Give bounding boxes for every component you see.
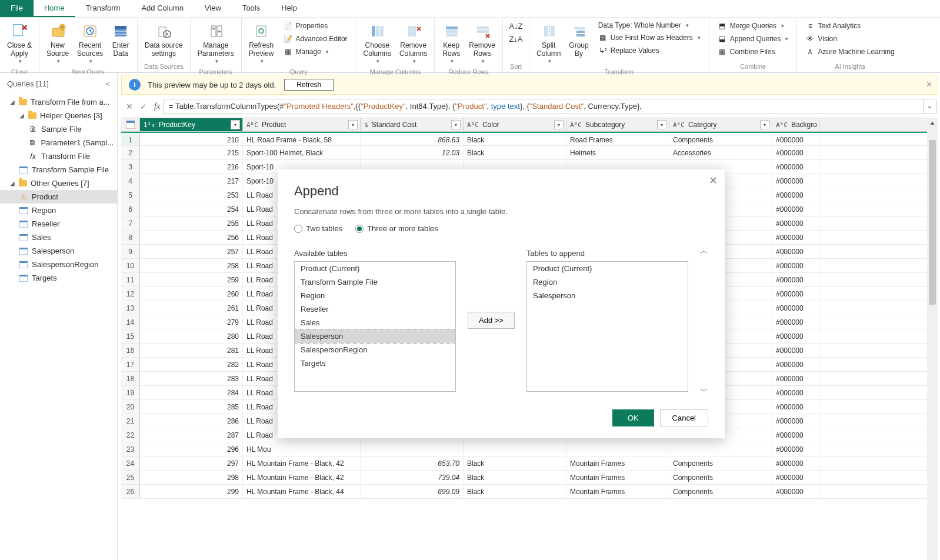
replace-values-button[interactable]: ↳²Replace Values bbox=[596, 45, 703, 56]
column-dropdown-icon[interactable]: ▾ bbox=[451, 120, 461, 129]
column-header-background[interactable]: AᴮCBackgro bbox=[772, 118, 819, 131]
tables-to-append-listbox[interactable]: Product (Current)RegionSalesperson bbox=[526, 261, 688, 392]
cancel-button[interactable]: Cancel bbox=[660, 409, 708, 426]
azure-ml-button[interactable]: ＡAzure Machine Learning bbox=[803, 46, 896, 58]
new-source-button[interactable]: ★New Source bbox=[43, 19, 72, 67]
recent-sources-button[interactable]: Recent Sources bbox=[74, 19, 106, 67]
remove-columns-button[interactable]: Remove Columns bbox=[396, 19, 431, 67]
refresh-preview-button[interactable]: Refresh Preview bbox=[245, 19, 278, 67]
query-salespersonregion[interactable]: SalespersonRegion bbox=[0, 258, 117, 271]
table-row[interactable]: 26299HL Mountain Frame - Black, 44699.09… bbox=[121, 485, 938, 499]
refresh-button[interactable]: Refresh bbox=[284, 79, 334, 91]
tab-home[interactable]: Home bbox=[34, 0, 75, 17]
combine-files-button[interactable]: ▦Combine Files bbox=[715, 46, 791, 58]
query-transform-file[interactable]: fxTransform File bbox=[0, 149, 117, 163]
column-dropdown-icon[interactable]: ▾ bbox=[657, 120, 666, 129]
formula-commit-icon[interactable]: ✓ bbox=[136, 102, 151, 111]
data-source-settings-button[interactable]: Data source settings bbox=[141, 19, 186, 61]
column-header-subcategory[interactable]: AᴮCSubcategory▾ bbox=[566, 118, 669, 131]
manage-button[interactable]: ▦Manage bbox=[281, 46, 350, 58]
column-header-category[interactable]: AᴮCCategory▾ bbox=[669, 118, 772, 131]
column-header-productkey[interactable]: 1²₃ProductKey▾ bbox=[140, 118, 243, 131]
merge-queries-button[interactable]: ⬒Merge Queries bbox=[715, 20, 791, 32]
query-parameter1[interactable]: 🗎Parameter1 (Sampl... bbox=[0, 136, 117, 149]
move-up-icon[interactable]: ︿ bbox=[700, 246, 708, 256]
list-item[interactable]: Reseller bbox=[295, 302, 455, 316]
list-item[interactable]: Transform Sample File bbox=[295, 275, 455, 289]
column-header-product[interactable]: AᴮCProduct▾ bbox=[243, 118, 361, 131]
advanced-editor-button[interactable]: 📝Advanced Editor bbox=[281, 33, 350, 45]
move-down-icon[interactable]: ﹀ bbox=[700, 386, 708, 396]
remove-rows-button[interactable]: Remove Rows bbox=[465, 19, 499, 67]
query-product[interactable]: ⚠Product bbox=[0, 190, 117, 204]
list-item[interactable]: Product (Current) bbox=[295, 262, 455, 275]
scroll-up-icon[interactable]: ▲ bbox=[927, 118, 938, 128]
enter-data-button[interactable]: Enter Data bbox=[108, 19, 134, 61]
vision-button[interactable]: 👁Vision bbox=[803, 33, 896, 45]
grid-corner-button[interactable] bbox=[121, 118, 140, 131]
list-item[interactable]: SalespersonRegion bbox=[295, 343, 455, 356]
column-dropdown-icon[interactable]: ▾ bbox=[231, 120, 240, 129]
available-tables-listbox[interactable]: Product (Current)Transform Sample FileRe… bbox=[294, 261, 456, 392]
formula-expand-button[interactable]: ⌄ bbox=[924, 99, 936, 114]
list-item[interactable]: Salesperson bbox=[295, 329, 455, 343]
manage-parameters-button[interactable]: Manage Parameters bbox=[194, 19, 238, 67]
tab-add-column[interactable]: Add Column bbox=[131, 0, 194, 17]
radio-two-tables[interactable]: Two tables bbox=[294, 224, 342, 233]
query-transform-sample-file[interactable]: Transform Sample File bbox=[0, 163, 117, 176]
query-label: Transform Sample File bbox=[32, 165, 109, 174]
grid-vertical-scrollbar[interactable]: ▲ bbox=[927, 118, 938, 560]
split-column-button[interactable]: Split Column bbox=[533, 19, 564, 67]
table-row[interactable]: 24297HL Mountain Frame - Black, 42653.70… bbox=[121, 456, 938, 471]
list-item[interactable]: Region bbox=[295, 289, 455, 302]
choose-columns-button[interactable]: Choose Columns bbox=[360, 19, 395, 67]
keep-rows-button[interactable]: Keep Rows bbox=[438, 19, 464, 67]
tab-tools[interactable]: Tools bbox=[232, 0, 271, 17]
column-dropdown-icon[interactable]: ▾ bbox=[760, 120, 769, 129]
append-queries-button[interactable]: ⬓Append Queries bbox=[715, 33, 791, 45]
properties-button[interactable]: 📄Properties bbox=[281, 20, 350, 32]
query-salesperson[interactable]: Salesperson bbox=[0, 244, 117, 258]
folder-transform-file-from[interactable]: ◢Transform File from a... bbox=[0, 95, 117, 109]
tab-help[interactable]: Help bbox=[271, 0, 308, 17]
tab-view[interactable]: View bbox=[194, 0, 232, 17]
radio-three-or-more[interactable]: Three or more tables bbox=[355, 224, 438, 233]
list-item[interactable]: Targets bbox=[295, 356, 455, 370]
formula-input[interactable]: = Table.TransformColumnTypes(#"Promoted … bbox=[164, 99, 924, 114]
scroll-thumb[interactable] bbox=[929, 140, 936, 305]
query-targets[interactable]: Targets bbox=[0, 271, 117, 285]
tab-transform[interactable]: Transform bbox=[75, 0, 131, 17]
list-item[interactable]: Salesperson bbox=[527, 289, 688, 302]
query-sample-file[interactable]: 🗎Sample File bbox=[0, 122, 117, 136]
ok-button[interactable]: OK bbox=[612, 409, 654, 426]
dialog-close-icon[interactable]: ✕ bbox=[709, 174, 718, 187]
table-row[interactable]: 25298HL Mountain Frame - Black, 42739.04… bbox=[121, 471, 938, 485]
query-reseller[interactable]: Reseller bbox=[0, 217, 117, 231]
column-dropdown-icon[interactable]: ▾ bbox=[348, 120, 358, 129]
data-type-button[interactable]: Data Type: Whole Number bbox=[596, 20, 703, 31]
table-row[interactable]: 2215Sport-100 Helmet, Black12.03BlackHel… bbox=[121, 146, 938, 160]
folder-other-queries[interactable]: ◢Other Queries [7] bbox=[0, 176, 117, 190]
add-button[interactable]: Add >> bbox=[468, 312, 515, 329]
text-analytics-button[interactable]: ≡Text Analytics bbox=[803, 20, 896, 32]
group-by-button[interactable]: Group By bbox=[565, 19, 592, 61]
table-row[interactable]: 23296HL Mou#000000 bbox=[121, 442, 938, 456]
list-item[interactable]: Sales bbox=[295, 316, 455, 329]
tab-file[interactable]: File bbox=[0, 0, 34, 17]
query-sales[interactable]: Sales bbox=[0, 231, 117, 244]
query-region[interactable]: Region bbox=[0, 204, 117, 217]
table-row[interactable]: 1210HL Road Frame - Black, 58868.63Black… bbox=[121, 132, 938, 146]
close-icon[interactable]: × bbox=[926, 79, 932, 90]
formula-cancel-icon[interactable]: ✕ bbox=[122, 102, 136, 111]
column-header-color[interactable]: AᴮCColor▾ bbox=[464, 118, 566, 131]
column-dropdown-icon[interactable]: ▾ bbox=[554, 120, 564, 129]
list-item[interactable]: Product (Current) bbox=[527, 262, 688, 275]
close-apply-button[interactable]: Close & Apply bbox=[4, 19, 35, 67]
sort-asc-button[interactable]: A↓Z bbox=[509, 20, 523, 32]
column-header-standard-cost[interactable]: $Standard Cost▾ bbox=[361, 118, 464, 131]
list-item[interactable]: Region bbox=[527, 275, 688, 289]
folder-helper-queries[interactable]: ◢Helper Queries [3] bbox=[0, 109, 117, 122]
sidebar-collapse-icon[interactable]: < bbox=[105, 79, 110, 88]
sort-desc-button[interactable]: Z↓A bbox=[509, 33, 523, 45]
first-row-headers-button[interactable]: ▦Use First Row as Headers bbox=[596, 32, 703, 44]
